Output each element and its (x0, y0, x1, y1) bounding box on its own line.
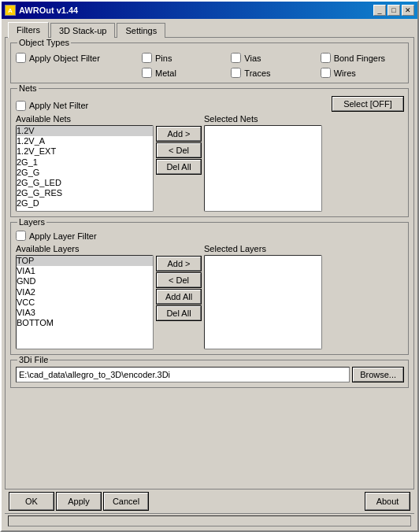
list-item[interactable]: 1.2V_A (17, 136, 153, 146)
wires-label: Wires (334, 68, 356, 78)
bond-fingers-checkbox[interactable] (321, 53, 331, 63)
traces-checkbox[interactable] (231, 68, 241, 78)
layers-add-all-button[interactable]: Add All (157, 290, 201, 304)
list-item[interactable]: 1.2V_EXT (17, 146, 153, 157)
layers-del-all-button[interactable]: Del All (157, 306, 201, 320)
apply-layer-filter-checkbox[interactable] (16, 231, 26, 241)
select-off-button[interactable]: Select [OFF] (332, 97, 403, 111)
vias-checkbox-row: Vias (231, 53, 313, 63)
close-button[interactable]: ✕ (402, 5, 414, 16)
vias-checkbox[interactable] (231, 53, 241, 63)
layers-add-button[interactable]: Add > (157, 257, 201, 271)
ok-button[interactable]: OK (9, 493, 54, 510)
app-icon-letter: A (8, 7, 13, 14)
list-item[interactable]: VIA3 (17, 308, 153, 318)
available-layers-list[interactable]: TOP VIA1 GND VIA2 VCC VIA3 BOTTOM (16, 255, 154, 349)
nets-top: Apply Net Filter Select [OFF] (16, 97, 403, 111)
layers-action-buttons: Add > < Del Add All Del All (157, 244, 201, 320)
nets-action-buttons: Add > < Del Del All (157, 114, 201, 174)
apply-object-filter-row: Apply Object Filter (16, 53, 142, 63)
list-item[interactable]: 1.2V (17, 126, 153, 136)
window-content: Filters 3D Stack-up Settings Object Type… (2, 19, 417, 530)
list-item[interactable]: VCC (17, 297, 153, 308)
vias-label: Vias (244, 54, 261, 63)
selected-layers-label: Selected Layers (204, 244, 322, 253)
status-panel (8, 515, 411, 526)
available-nets-label: Available Nets (16, 114, 154, 124)
available-layers-label: Available Layers (16, 244, 154, 253)
wires-checkbox[interactable] (321, 68, 331, 78)
list-item[interactable]: VIA1 (17, 266, 153, 276)
file-path-input[interactable] (16, 367, 350, 382)
layers-del-button[interactable]: < Del (157, 273, 201, 287)
list-item[interactable]: 2G_D (17, 198, 153, 209)
apply-net-filter-checkbox[interactable] (16, 101, 26, 111)
minimize-button[interactable]: _ (373, 5, 386, 16)
browse-button[interactable]: Browse... (353, 368, 403, 382)
apply-object-filter-checkbox[interactable] (16, 53, 26, 63)
nets-del-all-button[interactable]: Del All (157, 160, 201, 174)
file-section: Browse... (16, 367, 403, 382)
bond-fingers-checkbox-row: Bond Fingers (321, 53, 403, 63)
apply-layer-filter-row: Apply Layer Filter (16, 231, 403, 241)
tab-filters[interactable]: Filters (8, 22, 49, 38)
available-nets-container: Available Nets 1.2V 1.2V_A 1.2V_EXT 2G_1… (16, 114, 154, 212)
title-bar-text: A AWROut v1.44 (5, 5, 78, 16)
list-item[interactable]: VIA2 (17, 287, 153, 297)
traces-checkbox-row: Traces (231, 68, 313, 78)
cancel-button[interactable]: Cancel (104, 493, 148, 510)
metal-label: Metal (155, 68, 176, 78)
window-title: AWROut v1.44 (19, 6, 78, 15)
traces-label: Traces (244, 68, 270, 78)
object-types-label: Object Types (17, 38, 71, 47)
maximize-button[interactable]: □ (387, 5, 400, 16)
nets-group: Nets Apply Net Filter Select [OFF] Avail… (10, 88, 409, 217)
wires-checkbox-row: Wires (321, 68, 403, 78)
available-layers-container: Available Layers TOP VIA1 GND VIA2 VCC V… (16, 244, 154, 349)
list-item[interactable]: TOP (17, 256, 153, 266)
nets-add-button[interactable]: Add > (157, 127, 201, 141)
object-filter-right: Pins Vias Bond Fingers (142, 50, 403, 78)
selected-nets-list[interactable] (204, 125, 322, 212)
nets-content: Apply Net Filter Select [OFF] Available … (16, 97, 403, 212)
layers-label: Layers (17, 217, 46, 227)
pins-checkbox-row: Pins (142, 53, 224, 63)
selected-layers-list[interactable] (204, 255, 322, 349)
metal-checkbox-row: Metal (142, 68, 224, 78)
selected-nets-container: Selected Nets (204, 114, 322, 212)
layers-lists: Available Layers TOP VIA1 GND VIA2 VCC V… (16, 244, 403, 349)
apply-net-filter-label: Apply Net Filter (29, 101, 88, 110)
bond-fingers-label: Bond Fingers (334, 54, 385, 63)
title-bar: A AWROut v1.44 _ □ ✕ (2, 2, 417, 19)
object-types-group: Object Types Apply Object Filter Pins (10, 42, 409, 83)
apply-layer-filter-label: Apply Layer Filter (29, 231, 97, 241)
tab-3d-stack-up[interactable]: 3D Stack-up (50, 23, 116, 38)
list-item[interactable]: 2G_1 (17, 157, 153, 168)
list-item[interactable]: 2G_G (17, 168, 153, 178)
metal-checkbox[interactable] (142, 68, 152, 78)
pins-checkbox[interactable] (142, 53, 152, 63)
nets-label: Nets (17, 83, 39, 93)
bottom-bar: OK Apply Cancel About (5, 490, 414, 513)
apply-button[interactable]: Apply (57, 493, 101, 510)
selected-nets-label: Selected Nets (204, 114, 322, 124)
list-item[interactable]: BOTTOM (17, 318, 153, 328)
about-button[interactable]: About (365, 493, 410, 510)
list-item[interactable]: GND (17, 276, 153, 286)
tab-settings[interactable]: Settings (117, 23, 165, 38)
tab-content-filters: Object Types Apply Object Filter Pins (5, 37, 414, 490)
title-buttons: _ □ ✕ (373, 5, 414, 16)
apply-net-filter-row: Apply Net Filter (16, 101, 88, 111)
object-filter-area: Apply Object Filter Pins Vias (16, 50, 403, 78)
nets-del-button[interactable]: < Del (157, 143, 201, 157)
layers-group: Layers Apply Layer Filter Available Laye… (10, 222, 409, 355)
file-group: 3Di File Browse... (10, 360, 409, 388)
available-nets-list[interactable]: 1.2V 1.2V_A 1.2V_EXT 2G_1 2G_G 2G_G_LED … (16, 125, 154, 212)
pins-label: Pins (155, 54, 172, 63)
bottom-left-buttons: OK Apply Cancel (9, 493, 148, 510)
main-window: A AWROut v1.44 _ □ ✕ Filters 3D Stack-up… (0, 0, 419, 532)
file-group-label: 3Di File (17, 355, 50, 364)
object-filter-left: Apply Object Filter (16, 50, 142, 63)
list-item[interactable]: 2G_G_LED (17, 178, 153, 188)
list-item[interactable]: 2G_G_RES (17, 188, 153, 198)
